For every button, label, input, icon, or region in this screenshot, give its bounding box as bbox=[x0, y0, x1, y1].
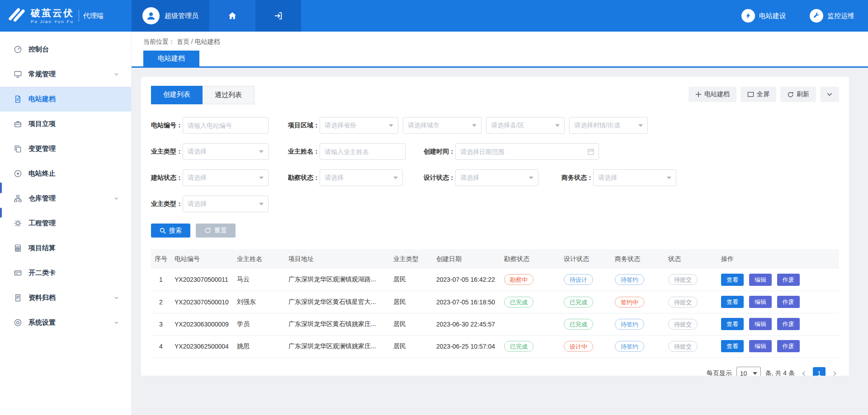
town-select[interactable]: 请选择村镇/街道 bbox=[569, 117, 648, 134]
per-page-label: 每页显示 bbox=[707, 369, 732, 376]
design-status-select[interactable]: 请选择 bbox=[455, 169, 538, 186]
sidebar-item-engineering-mgmt[interactable]: 工程管理 bbox=[0, 211, 131, 236]
sidebar-item-station-filing[interactable]: 电站建档 bbox=[0, 87, 131, 112]
caret-down-icon bbox=[638, 124, 643, 127]
agent-label: 代理端 bbox=[83, 12, 104, 20]
filter-label: 勘察状态： bbox=[288, 174, 316, 182]
date-range-input[interactable] bbox=[455, 143, 599, 160]
cell-no: 1 bbox=[151, 269, 171, 291]
filter-owner-type: 业主类型： 请选择 bbox=[151, 143, 288, 160]
breadcrumb-separator: / bbox=[191, 38, 193, 45]
caret-down-icon bbox=[529, 177, 533, 179]
home-button[interactable] bbox=[209, 0, 255, 32]
cell-address: 广东深圳龙华区黄石镇姚家庄... bbox=[285, 313, 390, 335]
col-header: 电站编号 bbox=[171, 249, 233, 269]
owner-name-input[interactable] bbox=[320, 143, 406, 160]
sidebar-item-system-settings[interactable]: 系统设置 bbox=[0, 310, 131, 335]
breadcrumb-home-link[interactable]: 首页 bbox=[177, 38, 189, 45]
view-button[interactable]: 查看 bbox=[721, 274, 744, 286]
create-station-button[interactable]: 电站建档 bbox=[689, 87, 736, 102]
filter-label: 电站编号： bbox=[151, 121, 179, 130]
page-tab-station-filing[interactable]: 电站建档 bbox=[143, 51, 199, 66]
refresh-icon bbox=[787, 91, 794, 98]
sidebar-item-warehouse-mgmt[interactable]: 仓库管理 bbox=[0, 186, 131, 211]
sidebar-item-station-termination[interactable]: 电站终止 bbox=[0, 161, 131, 186]
station-code-input[interactable] bbox=[183, 117, 269, 134]
tab-create-list[interactable]: 创建列表 bbox=[151, 86, 203, 104]
city-select[interactable]: 请选择城市 bbox=[403, 117, 481, 134]
view-button[interactable]: 查看 bbox=[721, 318, 744, 330]
sidebar-item-class2-card[interactable]: 开二类卡 bbox=[0, 261, 131, 285]
fullscreen-button[interactable]: 全屏 bbox=[741, 87, 776, 102]
edit-button[interactable]: 编辑 bbox=[749, 340, 772, 352]
caret-down-icon bbox=[555, 124, 560, 127]
prev-page-button[interactable] bbox=[799, 370, 808, 376]
county-select[interactable]: 请选择县/区 bbox=[486, 117, 565, 134]
sidebar-item-data-archive[interactable]: 资料归档 bbox=[0, 285, 131, 310]
sidebar-item-regular-mgmt[interactable]: 常规管理 bbox=[0, 62, 131, 87]
build-status-select[interactable]: 请选择 bbox=[183, 169, 269, 186]
col-header: 设计状态 bbox=[560, 249, 611, 269]
owner-type-select-2[interactable]: 请选择 bbox=[183, 196, 269, 212]
sidebar-item-console[interactable]: 控制台 bbox=[0, 37, 131, 62]
page-number-button[interactable]: 1 bbox=[813, 367, 826, 376]
business-status-badge: 待签约 bbox=[615, 274, 644, 285]
table-row: 4 YX2023062500004 姚思 广东深圳龙华区观澜镇姚家庄... 居民… bbox=[151, 335, 839, 357]
province-select[interactable]: 请选择省份 bbox=[320, 117, 398, 134]
user-icon bbox=[146, 10, 156, 21]
search-button[interactable]: 搜索 bbox=[151, 224, 190, 238]
view-button[interactable]: 查看 bbox=[721, 296, 744, 308]
filter-design-status: 设计状态： 请选择 bbox=[424, 169, 561, 186]
filter-form: 电站编号： 项目区域： 请选择省份 请选择城市 请选择县/区 请选择村镇/街道 bbox=[151, 117, 839, 212]
caret-down-icon bbox=[472, 124, 476, 127]
refresh-icon bbox=[204, 227, 211, 234]
sidebar-item-project-settlement[interactable]: 项目结算 bbox=[0, 236, 131, 261]
col-header: 序号 bbox=[151, 249, 171, 269]
col-header: 状态 bbox=[665, 249, 717, 269]
logout-button[interactable] bbox=[255, 0, 301, 32]
survey-status-select[interactable]: 请选择 bbox=[320, 169, 403, 186]
design-status-badge: 已完成 bbox=[564, 297, 593, 308]
view-button[interactable]: 查看 bbox=[721, 340, 744, 352]
filter-survey-status: 勘察状态： 请选择 bbox=[288, 169, 424, 186]
filter-label: 业主类型： bbox=[151, 148, 179, 156]
col-header: 勘察状态 bbox=[500, 249, 560, 269]
edit-button[interactable]: 编辑 bbox=[749, 296, 772, 308]
pagination: 每页显示 10 条, 共 4 条 1 bbox=[151, 367, 839, 376]
void-button[interactable]: 作废 bbox=[777, 340, 800, 352]
reset-button[interactable]: 重置 bbox=[196, 224, 236, 238]
business-status-select[interactable]: 请选择 bbox=[593, 169, 676, 186]
void-button[interactable]: 作废 bbox=[777, 296, 800, 308]
business-status-badge: 待签约 bbox=[615, 341, 644, 352]
filter-label: 建站状态： bbox=[151, 174, 179, 182]
user-menu[interactable]: 超级管理员 bbox=[132, 0, 209, 32]
table-header-row: 序号 电站编号 业主姓名 项目地址 业主类型 创建日期 勘察状态 设计状态 商务… bbox=[151, 249, 839, 269]
wrench-icon bbox=[810, 9, 823, 23]
button-label: 刷新 bbox=[797, 90, 809, 98]
total-count-label: 条, 共 4 条 bbox=[765, 369, 795, 376]
cell-owner-type: 居民 bbox=[390, 269, 433, 291]
refresh-button[interactable]: 刷新 bbox=[780, 87, 816, 102]
collapse-toolbar-button[interactable] bbox=[820, 87, 839, 102]
per-page-select[interactable]: 10 bbox=[736, 367, 761, 376]
user-name: 超级管理员 bbox=[165, 12, 198, 20]
logo-icon bbox=[7, 7, 26, 25]
owner-type-select[interactable]: 请选择 bbox=[183, 143, 269, 160]
nav-station-build[interactable]: 电站建设 bbox=[741, 9, 786, 23]
sidebar-item-change-mgmt[interactable]: 变更管理 bbox=[0, 136, 131, 161]
nav-monitor-ops[interactable]: 监控运维 bbox=[810, 9, 854, 23]
monitor-icon bbox=[14, 70, 22, 79]
void-button[interactable]: 作废 bbox=[777, 274, 800, 286]
void-button[interactable]: 作废 bbox=[777, 318, 800, 330]
filter-owner-name: 业主姓名： bbox=[288, 143, 424, 160]
survey-status-badge: 已完成 bbox=[504, 297, 533, 308]
edit-button[interactable]: 编辑 bbox=[749, 318, 772, 330]
tab-passed-list[interactable]: 通过列表 bbox=[203, 86, 255, 104]
filter-label: 设计状态： bbox=[424, 174, 452, 182]
next-page-button[interactable] bbox=[830, 370, 839, 376]
sidebar-scrollbar-thumb[interactable] bbox=[0, 208, 2, 218]
edit-button[interactable]: 编辑 bbox=[749, 274, 772, 286]
sidebar-scrollbar-thumb[interactable] bbox=[0, 182, 2, 193]
survey-status-badge: 已完成 bbox=[504, 341, 533, 352]
sidebar-item-project-initiation[interactable]: 项目立项 bbox=[0, 112, 131, 136]
